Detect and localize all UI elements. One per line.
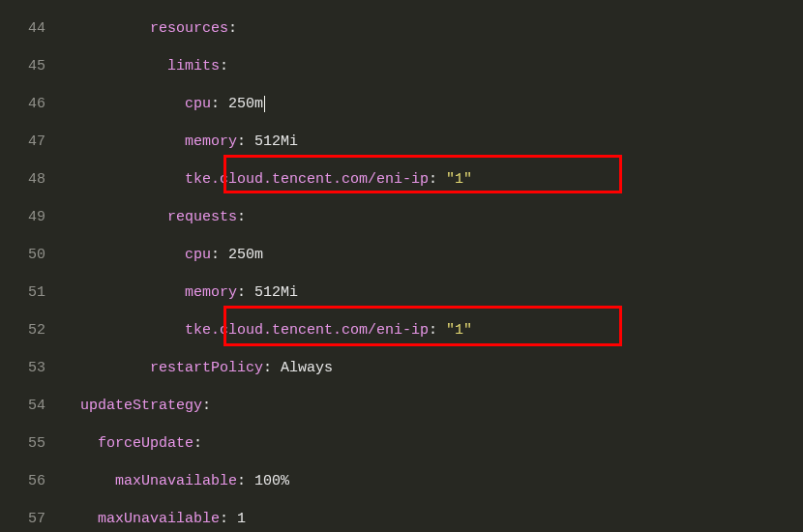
code-line-47[interactable]: 47 memory: 512Mi xyxy=(0,123,803,161)
code-content: maxUnavailable: 1 xyxy=(63,512,803,526)
line-number: 49 xyxy=(0,210,63,224)
code-line-45[interactable]: 45 limits: xyxy=(0,47,803,85)
line-number: 51 xyxy=(0,285,63,300)
code-content: cpu: 250m xyxy=(63,96,803,112)
text-cursor xyxy=(264,96,265,112)
code-line-52[interactable]: 52 tke.cloud.tencent.com/eni-ip: "1" xyxy=(0,311,803,349)
line-number: 52 xyxy=(0,323,63,338)
code-line-55[interactable]: 55 forceUpdate: xyxy=(0,425,803,462)
line-number: 55 xyxy=(0,436,63,451)
code-content: updateStrategy: xyxy=(63,399,803,413)
code-line-56[interactable]: 56 maxUnavailable: 100% xyxy=(0,462,803,500)
code-line-46[interactable]: 46 cpu: 250m xyxy=(0,85,803,123)
line-number: 44 xyxy=(0,21,63,36)
code-line-44[interactable]: 44 resources: xyxy=(0,10,803,47)
code-content: cpu: 250m xyxy=(63,248,803,262)
code-content: tke.cloud.tencent.com/eni-ip: "1" xyxy=(63,323,803,338)
code-line-50[interactable]: 50 cpu: 250m xyxy=(0,236,803,274)
code-content: forceUpdate: xyxy=(63,436,803,451)
code-content: maxUnavailable: 100% xyxy=(63,474,803,488)
code-content: limits: xyxy=(63,59,803,74)
line-number: 47 xyxy=(0,134,63,149)
code-content: memory: 512Mi xyxy=(63,134,803,149)
line-number: 56 xyxy=(0,474,63,488)
line-number: 53 xyxy=(0,361,63,375)
code-line-57[interactable]: 57 maxUnavailable: 1 xyxy=(0,500,803,532)
code-content: resources: xyxy=(63,21,803,36)
code-content: restartPolicy: Always xyxy=(63,361,803,375)
line-number: 46 xyxy=(0,97,63,111)
code-line-51[interactable]: 51 memory: 512Mi xyxy=(0,274,803,311)
code-line-48[interactable]: 48 tke.cloud.tencent.com/eni-ip: "1" xyxy=(0,161,803,198)
line-number: 50 xyxy=(0,248,63,262)
code-line-54[interactable]: 54 updateStrategy: xyxy=(0,387,803,425)
code-line-49[interactable]: 49 requests: xyxy=(0,198,803,236)
code-content: memory: 512Mi xyxy=(63,285,803,300)
code-content: tke.cloud.tencent.com/eni-ip: "1" xyxy=(63,172,803,187)
line-number: 54 xyxy=(0,399,63,413)
line-number: 45 xyxy=(0,59,63,74)
line-number: 48 xyxy=(0,172,63,187)
code-line-53[interactable]: 53 restartPolicy: Always xyxy=(0,349,803,387)
code-content: requests: xyxy=(63,210,803,224)
line-number: 57 xyxy=(0,512,63,526)
